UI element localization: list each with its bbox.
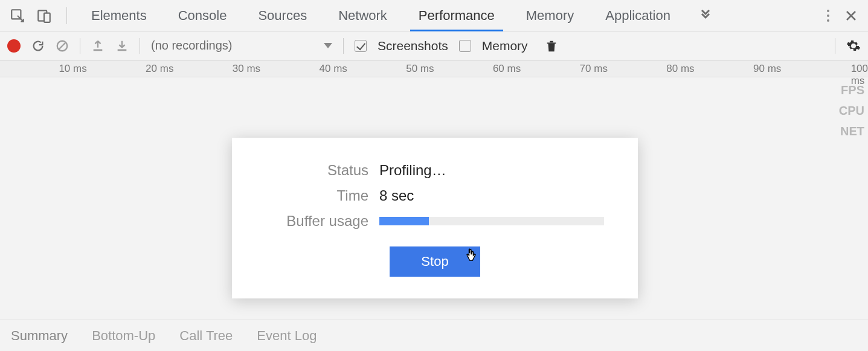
clear-icon[interactable] (56, 39, 69, 53)
buffer-progress (379, 217, 604, 225)
ruler-tick: 60 ms (493, 63, 521, 75)
bottom-tab-call-tree[interactable]: Call Tree (179, 328, 233, 344)
screenshots-label: Screenshots (378, 39, 448, 53)
separator (80, 38, 80, 54)
memory-checkbox[interactable] (459, 40, 471, 52)
status-key: Status (266, 162, 368, 179)
separator (343, 38, 344, 54)
memory-label: Memory (482, 39, 528, 53)
settings-gear-icon[interactable] (846, 39, 861, 53)
separator (140, 38, 140, 54)
lane-label-net: NET (839, 121, 864, 141)
separator (835, 38, 835, 54)
buffer-key: Buffer usage (266, 213, 368, 230)
tab-memory[interactable]: Memory (510, 0, 590, 31)
reload-icon[interactable] (31, 39, 45, 53)
bottom-tab-bottom-up[interactable]: Bottom-Up (92, 328, 155, 344)
tab-elements[interactable]: Elements (76, 0, 162, 31)
load-profile-icon[interactable] (91, 39, 104, 53)
tab-strip-left-icons (6, 8, 58, 24)
record-button[interactable] (7, 39, 21, 53)
tab-console[interactable]: Console (162, 0, 243, 31)
profiling-modal: Status Profiling… Time 8 sec Buffer usag… (232, 138, 638, 298)
lane-label-cpu: CPU (839, 100, 864, 121)
panel-tabs: ElementsConsoleSourcesNetworkPerformance… (76, 0, 686, 31)
svg-point-4 (827, 14, 829, 17)
buffer-progress-fill (379, 217, 429, 225)
buffer-row: Buffer usage (266, 213, 604, 230)
stop-button[interactable]: Stop (390, 246, 480, 277)
kebab-menu-icon[interactable] (826, 8, 831, 23)
lane-labels: FPSCPUNET (839, 80, 864, 141)
device-toolbar-icon[interactable] (36, 8, 52, 24)
ruler-tick: 80 ms (666, 63, 694, 75)
tab-performance[interactable]: Performance (403, 0, 510, 31)
svg-rect-7 (94, 49, 103, 51)
garbage-collect-icon[interactable] (545, 39, 558, 53)
time-key: Time (266, 187, 368, 204)
devtools-tab-strip: ElementsConsoleSourcesNetworkPerformance… (0, 0, 868, 31)
ruler-tick: 30 ms (233, 63, 260, 75)
recordings-select[interactable]: (no recordings) (151, 39, 332, 53)
time-row: Time 8 sec (266, 187, 604, 204)
bottom-tab-summary[interactable]: Summary (11, 328, 68, 344)
ruler-tick: 70 ms (580, 63, 608, 75)
svg-point-3 (827, 10, 829, 12)
tab-strip-right-icons (826, 8, 862, 23)
recordings-select-label: (no recordings) (151, 39, 233, 53)
bottom-tabs: SummaryBottom-UpCall TreeEvent Log (0, 320, 868, 351)
status-row: Status Profiling… (266, 162, 604, 179)
ruler-tick: 50 ms (406, 63, 434, 75)
svg-rect-8 (118, 49, 127, 51)
time-value: 8 sec (379, 187, 414, 204)
screenshots-checkbox[interactable] (355, 40, 367, 52)
ruler-tick: 10 ms (59, 63, 86, 75)
chevron-down-icon (324, 43, 332, 48)
tab-network[interactable]: Network (323, 0, 403, 31)
more-tabs-icon[interactable] (698, 8, 713, 23)
tab-sources[interactable]: Sources (242, 0, 323, 31)
status-value: Profiling… (379, 162, 446, 179)
inspect-element-icon[interactable] (10, 8, 25, 24)
performance-toolbar: (no recordings) Screenshots Memory (0, 31, 868, 60)
svg-point-5 (827, 19, 829, 22)
lane-label-fps: FPS (839, 80, 864, 100)
close-icon[interactable] (845, 10, 857, 22)
bottom-tab-event-log[interactable]: Event Log (257, 328, 317, 344)
ruler-tick: 20 ms (146, 63, 173, 75)
timeline-ruler: 10 ms20 ms30 ms40 ms50 ms60 ms70 ms80 ms… (0, 60, 868, 77)
divider (66, 7, 67, 24)
ruler-tick: 90 ms (753, 63, 781, 75)
tab-application[interactable]: Application (590, 0, 686, 31)
save-profile-icon[interactable] (115, 39, 129, 53)
ruler-tick: 40 ms (320, 63, 347, 75)
svg-rect-2 (44, 13, 50, 22)
